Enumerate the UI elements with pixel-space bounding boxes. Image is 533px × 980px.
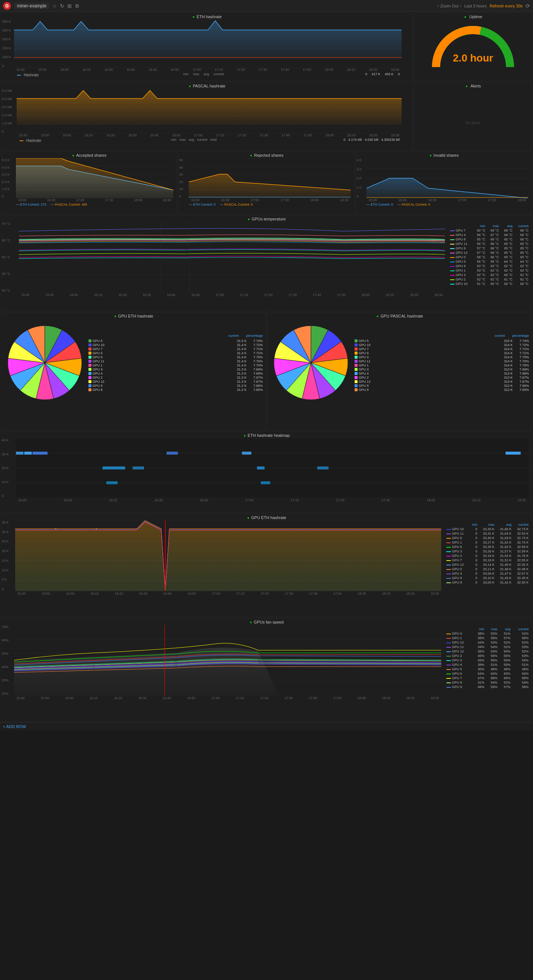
refresh-icon[interactable]: ↻ xyxy=(60,3,64,9)
star-icon[interactable]: ☆ xyxy=(52,3,57,9)
gpu-eth-pie-inner: current percentage GPU 5 31.5 K 7.74% GP… xyxy=(1,319,266,406)
pascal-line-color xyxy=(20,140,23,141)
sync-icon[interactable]: ⟳ xyxy=(526,3,530,9)
gpu-eth-line-chart: 35 K30 K25 K20 K15 K10 K5 K0 xyxy=(15,520,441,609)
share-icon[interactable]: ⊞ xyxy=(67,3,72,9)
invalid-chart xyxy=(366,158,528,198)
gpu-temp-table: min max avg current GPU 7 60 °C 69 °C 68… xyxy=(448,223,530,286)
table-row: GPU 2 52 °C 62 °C 61 °C 61 °C xyxy=(449,277,530,281)
table-row: GPU 12 36% 53% 50% 52% xyxy=(445,649,530,653)
list-item: GPU 3 31.3 K 7.69% xyxy=(89,368,263,371)
zoom-back[interactable]: ‹ xyxy=(438,4,439,8)
table-row: GPU 7 60 °C 69 °C 68 °C 68 °C xyxy=(449,229,530,232)
settings-icon[interactable]: ⚙ xyxy=(75,3,79,9)
add-row-label[interactable]: + ADD ROW xyxy=(3,724,26,729)
list-item: GPU 8 312 K 7.65% xyxy=(355,388,529,391)
eth-stat-cur: 0 xyxy=(398,72,400,78)
list-item: GPU 7 314 K 7.71% xyxy=(355,347,529,351)
table-row: GPU 4 0 33,06 K 31,47 K 32.57 K xyxy=(445,572,530,575)
svg-rect-51 xyxy=(257,466,264,469)
gpu-fan-row: GPUs fan speed 70%60%50%40%30%20% xyxy=(1,618,532,722)
uptime-title: Uptime xyxy=(414,13,532,20)
zoom-out-btn[interactable]: Zoom Out xyxy=(441,4,458,8)
acc-x-labels: 16:0016:3017:0017:3018:0018:30 xyxy=(16,198,173,202)
gpu-fan-table: min max avg current GPU 0 38% 53% 51% 52… xyxy=(444,627,530,689)
table-row: GPU 2 0 33,18 K 31,54 K 31.76 K xyxy=(445,554,530,558)
gpu-temp-panel: GPUs temperature 70 °C65 °C60 °C55 °C50 … xyxy=(1,215,532,311)
eth-x-labels: 15:4015:5016:0016:1016:2016:3016:4016:50… xyxy=(14,68,401,72)
gauge-svg: 2.0 hour xyxy=(428,22,517,71)
gpu-eth-pie-title: GPU ETH hashrate xyxy=(1,312,266,319)
svg-point-65 xyxy=(96,528,97,530)
top-nav: G miner-example ☆ ↻ ⊞ ⚙ ‹ Zoom Out › Las… xyxy=(0,0,533,12)
gpu-temp-chart-area: 70 °C65 °C60 °C55 °C50 °C xyxy=(19,222,445,305)
eth-pie-legend-rows: GPU 5 31.5 K 7.74% GPU 10 31.4 K 7.72% G… xyxy=(89,339,263,391)
table-row: GPU 5 30% 48% 46% 48% xyxy=(445,667,530,671)
eth-hashrate-title: ETH hashrate xyxy=(1,13,413,20)
fan-y-labels: 70%60%50%40%30%20% xyxy=(2,625,8,695)
add-row-bar[interactable]: + ADD ROW xyxy=(0,722,533,730)
eth-hashrate-chart xyxy=(14,20,401,68)
gpu-temp-svg xyxy=(19,222,445,292)
zoom-controls: ‹ Zoom Out › xyxy=(438,4,461,8)
gpu-eth-line-svg xyxy=(15,520,441,591)
list-item: GPU 12 313 K 7.67% xyxy=(355,380,529,383)
gpu-temp-inner: 70 °C65 °C60 °C55 °C50 °C xyxy=(1,222,532,305)
gpu-eth-line-inner: 35 K30 K25 K20 K15 K10 K5 K0 xyxy=(1,520,532,609)
list-item: GPU 7 31.4 K 7.71% xyxy=(89,347,263,351)
table-row: GPU 0 58 °C 66 °C 65 °C 65 °C xyxy=(449,255,530,259)
svg-rect-48 xyxy=(506,452,521,455)
table-row: GPU 2 46% 56% 55% 53% xyxy=(445,654,530,658)
list-item: GPU 11 314 K 7.70% xyxy=(355,360,529,363)
rej-legend: — ETH Current: 0 — PASCAL Current: 5 xyxy=(178,202,354,206)
row-1: ETH hashrate xyxy=(1,13,532,81)
gpu-pascal-pie-inner: current percentage GPU 5 315 K 7.74% GPU… xyxy=(267,319,532,406)
eth-stat-max: 417 K xyxy=(372,72,381,78)
list-item: GPU 6 314 K 7.71% xyxy=(355,351,529,355)
table-row: GPU 1 38% 58% 57% 58% xyxy=(445,636,530,640)
gpu-eth-y-labels: 35 K30 K25 K20 K15 K10 K5 K0 xyxy=(2,520,9,591)
app-logo[interactable]: G xyxy=(3,2,11,10)
time-range[interactable]: Last 3 hours xyxy=(464,4,487,8)
uptime-gauge: 2.0 hour xyxy=(428,22,517,71)
eth-stat-min: 0 xyxy=(365,72,367,78)
gpu-fan-panel: GPUs fan speed 70%60%50%40%30%20% xyxy=(1,618,532,722)
alerts-panel: Alerts No alerts xyxy=(414,82,532,150)
table-row: GPU 8 31% 54% 52% 54% xyxy=(445,681,530,684)
heatmap-svg xyxy=(16,438,528,498)
table-row: GPU 6 54% 64% 63% 64% xyxy=(445,672,530,675)
rejected-shares-panel: Rejected shares xyxy=(178,151,355,214)
eth-stat-label-cur: current xyxy=(214,72,224,78)
table-row: GPU 1 53 °C 62 °C 62 °C 62 °C xyxy=(449,269,530,272)
alerts-title: Alerts xyxy=(414,82,532,89)
eth-line-color xyxy=(17,75,21,76)
table-row: GPU 9 0 33,10 K 31,45 K 32.45 K xyxy=(445,576,530,580)
refresh-rate[interactable]: Refresh every 30s xyxy=(490,4,523,8)
table-row: GPU 11 0 33,31 K 31,64 K 32.53 K xyxy=(445,532,530,535)
eth-y-labels: 500 K400 K300 K200 K100 K0 xyxy=(2,20,11,68)
inv-y-labels: 4.03.02.01.00 xyxy=(357,158,362,198)
invalid-title: Invalid shares xyxy=(356,151,532,158)
dashboard-title[interactable]: miner-example xyxy=(14,3,49,9)
zoom-forward[interactable]: › xyxy=(460,4,462,8)
list-item: GPU 5 31.5 K 7.74% xyxy=(89,339,263,343)
table-row: GPU 4 56 °C 67 °C 66 °C 66 °C xyxy=(449,233,530,237)
svg-rect-43 xyxy=(16,452,23,455)
list-item: GPU 10 314 K 7.72% xyxy=(355,343,529,347)
table-row: GPU 9 48% 59% 57% 58% xyxy=(445,685,530,689)
pie-row: GPU ETH hashrate current percentage GPU … xyxy=(1,312,532,431)
gpu-fan-svg xyxy=(14,625,441,695)
pascal-stat-values: 0 4.174 Mil 4.030 Mil 4.356236 Bil xyxy=(344,138,400,143)
pascal-pie-legend: current percentage GPU 5 315 K 7.74% GPU… xyxy=(352,334,529,392)
svg-rect-53 xyxy=(106,481,118,484)
table-row: GPU 7 0 33,16 K 31,51 K 32.55 K xyxy=(445,558,530,562)
svg-rect-50 xyxy=(133,466,144,469)
svg-rect-49 xyxy=(103,466,125,469)
table-row: GPU 10 0 33,30 K 31,66 K 32.73 K xyxy=(445,527,530,531)
gpu-temp-title: GPUs temperature xyxy=(1,215,532,222)
eth-hashrate-panel: ETH hashrate xyxy=(1,13,413,81)
gpu-pascal-pie-title: GPU PASCAL hashrate xyxy=(267,312,532,319)
table-row: GPU 8 0 33,00 K 31,42 K 32.50 K xyxy=(445,581,530,584)
eth-legend-label: Hashrate xyxy=(24,73,39,77)
gpu-fan-chart: 70%60%50%40%30%20% xyxy=(14,625,441,713)
